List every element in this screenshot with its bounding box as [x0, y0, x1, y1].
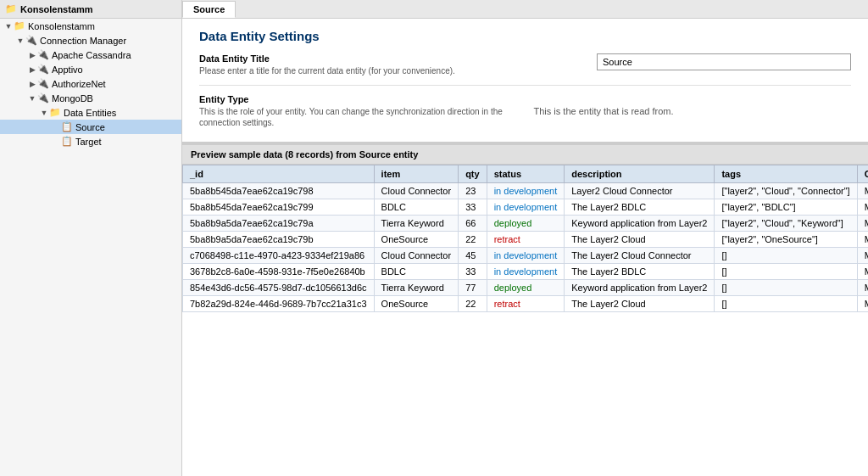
settings-title: Data Entity Settings	[199, 29, 851, 43]
tab-source[interactable]: Source	[182, 1, 236, 18]
entity-type-section: Entity Type This is the role of your ent…	[199, 85, 851, 128]
cell-status: retract	[487, 232, 565, 248]
table-row: 7b82a29d-824e-446d-9689-7b7cc21a31c3OneS…	[183, 296, 869, 312]
cell-item: Cloud Connector	[374, 248, 459, 264]
cell-status: retract	[487, 296, 565, 312]
sidebar-item-target[interactable]: 📋Target	[0, 134, 181, 148]
cell-id: 5ba8b545da7eae62ca19c799	[183, 199, 375, 216]
cell-ccconnectionname: MongoDB	[857, 199, 868, 216]
sidebar-item-konsolenstamm[interactable]: ▼📁Konsolenstamm	[0, 19, 181, 33]
cell-qty: 77	[459, 280, 487, 296]
cell-id: 854e43d6-dc56-4575-98d7-dc1056613d6c	[183, 280, 375, 296]
table-row: 5ba8b9a5da7eae62ca19c79bOneSource22retra…	[183, 232, 869, 248]
folder-icon: 📁	[14, 20, 25, 31]
cell-id: 7b82a29d-824e-446d-9689-7b7cc21a31c3	[183, 296, 375, 312]
folder-icon: 📁	[49, 107, 61, 118]
cell-item: BDLC	[374, 264, 459, 280]
toggle-data-entities[interactable]: ▼	[39, 109, 49, 117]
sidebar-label-connection-manager: Connection Manager	[40, 36, 126, 46]
cell-item: BDLC	[374, 199, 459, 216]
sidebar-label-target: Target	[75, 137, 102, 147]
cell-id: 3678b2c8-6a0e-4598-931e-7f5e0e26840b	[183, 264, 375, 280]
cell-item: OneSource	[374, 232, 459, 248]
cell-description: The Layer2 Cloud	[565, 296, 715, 312]
settings-panel: Data Entity Settings Data Entity Title P…	[182, 19, 868, 143]
cell-description: The Layer2 BDLC	[565, 199, 715, 216]
cell-ccconnectionname: MongoDB	[857, 248, 868, 264]
cell-id: c7068498-c11e-4970-a423-9334ef219a86	[183, 248, 375, 264]
cell-ccconnectionname: MongoDB	[857, 264, 868, 280]
table-row: 5ba8b545da7eae62ca19c798Cloud Connector2…	[183, 183, 869, 199]
cell-item: OneSource	[374, 296, 459, 312]
sidebar-label-apptivo: Apptivo	[52, 64, 83, 75]
cell-tags: []	[715, 248, 857, 264]
cell-qty: 22	[459, 296, 487, 312]
entity-type-label: Entity Type	[199, 94, 517, 104]
cell-qty: 23	[459, 183, 487, 199]
col-header-qty: qty	[459, 165, 487, 183]
settings-title-row: Data Entity Title Please enter a title f…	[199, 53, 851, 76]
cell-status: in development	[487, 199, 565, 216]
toggle-mongodb[interactable]: ▼	[27, 94, 37, 103]
cell-status: in development	[487, 248, 565, 264]
cell-tags: ["layer2", "BDLC"]	[715, 199, 857, 216]
toggle-authorizenet[interactable]: ▶	[27, 80, 37, 88]
sidebar-item-apptivo[interactable]: ▶🔌Apptivo	[0, 62, 181, 76]
toggle-konsolenstamm[interactable]: ▼	[3, 22, 14, 31]
table-row: c7068498-c11e-4970-a423-9334ef219a86Clou…	[183, 248, 869, 264]
cell-item: Cloud Connector	[374, 183, 459, 199]
col-header-id: _id	[183, 165, 375, 183]
preview-header: Preview sample data (8 records) from Sou…	[182, 143, 868, 165]
title-input-area	[597, 53, 851, 70]
sidebar-item-connection-manager[interactable]: ▼🔌Connection Manager	[0, 33, 181, 48]
cell-id: 5ba8b9a5da7eae62ca19c79b	[183, 232, 375, 248]
sidebar: 📁 Konsolenstamm ▼📁Konsolenstamm▼🔌Connect…	[0, 0, 182, 476]
cell-id: 5ba8b9a5da7eae62ca19c79a	[183, 216, 375, 232]
cell-tags: []	[715, 296, 857, 312]
cell-description: The Layer2 BDLC	[565, 264, 715, 280]
title-field: Data Entity Title Please enter a title f…	[199, 53, 580, 76]
cell-description: Keyword application from Layer2	[565, 280, 715, 296]
toggle-apache-cassandra[interactable]: ▶	[27, 51, 37, 59]
cell-ccconnectionname: MongoDB	[857, 296, 868, 312]
sidebar-item-authorizenet[interactable]: ▶🔌AuthorizeNet	[0, 76, 181, 91]
cell-qty: 33	[459, 199, 487, 216]
title-input[interactable]	[597, 53, 851, 70]
preview-table-header: _iditemqtystatusdescriptiontagsCCConnect…	[183, 165, 869, 183]
sidebar-label-konsolenstamm: Konsolenstamm	[28, 21, 95, 31]
sidebar-item-data-entities[interactable]: ▼📁Data Entities	[0, 105, 181, 120]
sidebar-item-source[interactable]: 📋Source	[0, 120, 181, 134]
plug-icon: 🔌	[37, 92, 49, 104]
cell-description: Layer2 Cloud Connector	[565, 183, 715, 199]
title-field-label: Data Entity Title	[199, 53, 580, 64]
table-row: 854e43d6-dc56-4575-98d7-dc1056613d6cTier…	[183, 280, 869, 296]
cell-ccconnectionname: MongoDB	[857, 216, 868, 232]
tree-container: ▼📁Konsolenstamm▼🔌Connection Manager▶🔌Apa…	[0, 19, 181, 148]
col-header-tags: tags	[715, 165, 857, 183]
sidebar-label-mongodb: MongoDB	[52, 93, 93, 104]
table-row: 5ba8b9a5da7eae62ca19c79aTierra Keyword66…	[183, 216, 869, 232]
cell-status: in development	[487, 264, 565, 280]
source-icon: 📋	[61, 121, 73, 132]
col-header-ccconnectionname: CCConnectionName	[857, 165, 868, 183]
sidebar-label-data-entities: Data Entities	[64, 108, 116, 118]
cell-id: 5ba8b545da7eae62ca19c798	[183, 183, 375, 199]
cell-qty: 22	[459, 232, 487, 248]
folder-icon: 📁	[5, 3, 17, 14]
main-content: Source Data Entity Settings Data Entity …	[182, 0, 868, 476]
table-row: 5ba8b545da7eae62ca19c799BDLC33in develop…	[183, 199, 869, 216]
sidebar-label-source: Source	[75, 122, 105, 132]
sidebar-item-apache-cassandra[interactable]: ▶🔌Apache Cassandra	[0, 48, 181, 62]
cell-description: The Layer2 Cloud	[565, 232, 715, 248]
toggle-connection-manager[interactable]: ▼	[15, 36, 25, 45]
sidebar-item-mongodb[interactable]: ▼🔌MongoDB	[0, 91, 181, 105]
preview-table-body: 5ba8b545da7eae62ca19c798Cloud Connector2…	[183, 183, 869, 312]
plug-icon: 🔌	[37, 64, 49, 75]
cell-item: Tierra Keyword	[374, 280, 459, 296]
connection-icon: 🔌	[25, 35, 37, 46]
entity-type-right: This is the entity that is read from.	[534, 94, 852, 128]
preview-table: _iditemqtystatusdescriptiontagsCCConnect…	[182, 165, 868, 312]
toggle-apptivo[interactable]: ▶	[27, 65, 37, 74]
cell-qty: 45	[459, 248, 487, 264]
plug-icon: 🔌	[37, 49, 49, 60]
